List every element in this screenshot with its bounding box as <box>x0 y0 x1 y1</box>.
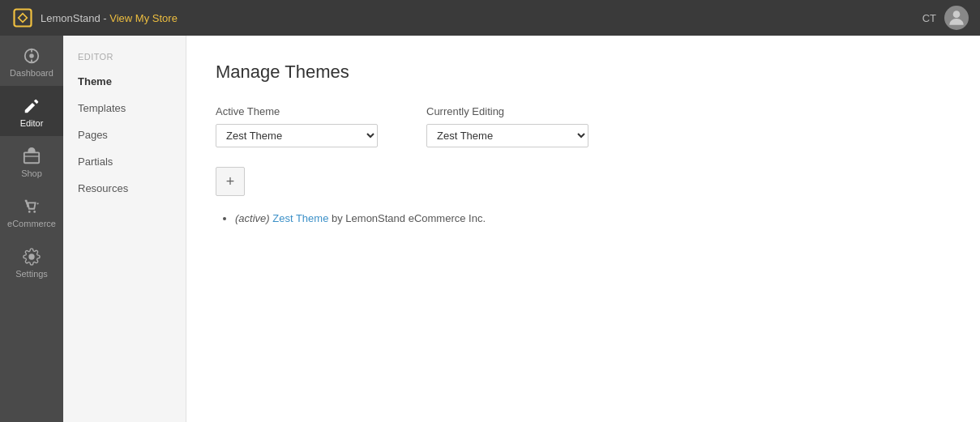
topbar-initials: CT <box>922 12 936 24</box>
theme-name-link[interactable]: Zest Theme <box>272 212 328 224</box>
page-title: Manage Themes <box>216 62 951 83</box>
sidebar-item-shop-label: Shop <box>21 168 42 178</box>
main-layout: Dashboard Editor Shop <box>0 36 980 422</box>
icon-sidebar: Dashboard Editor Shop <box>0 36 63 422</box>
active-theme-select[interactable]: Zest Theme <box>216 124 378 147</box>
svg-point-8 <box>28 211 31 213</box>
sub-sidebar-item-pages[interactable]: Pages <box>63 121 186 148</box>
svg-rect-0 <box>15 10 32 27</box>
active-theme-label: Active Theme <box>216 105 378 117</box>
main-content: Manage Themes Active Theme Zest Theme Cu… <box>186 36 980 422</box>
themes-row: Active Theme Zest Theme Currently Editin… <box>216 105 951 147</box>
sub-sidebar-section-label: Editor <box>63 49 186 68</box>
sidebar-item-settings[interactable]: Settings <box>0 237 63 287</box>
sidebar-item-editor[interactable]: Editor <box>0 86 63 136</box>
list-item: (active) Zest Theme by LemonStand eComme… <box>235 212 951 224</box>
theme-author: by LemonStand eCommerce Inc. <box>332 212 486 224</box>
sidebar-item-ecommerce[interactable]: eCommerce <box>0 186 63 237</box>
sub-sidebar-item-resources[interactable]: Resources <box>63 175 186 202</box>
sub-sidebar-item-theme[interactable]: Theme <box>63 68 186 95</box>
view-store-link[interactable]: View My Store <box>109 12 178 24</box>
sidebar-item-editor-label: Editor <box>20 118 44 128</box>
theme-active-label: (active) <box>235 212 270 224</box>
sidebar-item-dashboard-label: Dashboard <box>10 68 53 78</box>
currently-editing-select[interactable]: Zest Theme <box>426 124 588 147</box>
svg-point-9 <box>33 211 36 213</box>
active-theme-group: Active Theme Zest Theme <box>216 105 378 147</box>
svg-point-10 <box>29 254 34 259</box>
avatar[interactable] <box>944 6 969 30</box>
currently-editing-group: Currently Editing Zest Theme <box>426 105 588 147</box>
topbar-right: CT <box>922 6 969 30</box>
theme-list: (active) Zest Theme by LemonStand eComme… <box>216 212 951 224</box>
sub-sidebar-item-templates[interactable]: Templates <box>63 95 186 121</box>
sidebar-item-shop[interactable]: Shop <box>0 136 63 186</box>
topbar-left: LemonStand - View My Store <box>11 6 178 29</box>
sub-sidebar: Editor Theme Templates Pages Partials Re… <box>63 36 186 422</box>
svg-rect-6 <box>24 152 39 163</box>
svg-point-1 <box>953 11 961 18</box>
svg-point-3 <box>29 53 34 58</box>
sub-sidebar-item-partials[interactable]: Partials <box>63 148 186 175</box>
currently-editing-label: Currently Editing <box>426 105 588 117</box>
topbar-brand: LemonStand - View My Store <box>41 12 178 24</box>
add-theme-button[interactable]: + <box>216 167 245 196</box>
sidebar-item-settings-label: Settings <box>15 269 48 279</box>
logo-icon <box>11 6 34 29</box>
topbar: LemonStand - View My Store CT <box>0 0 980 36</box>
sidebar-item-ecommerce-label: eCommerce <box>7 219 56 228</box>
sidebar-item-dashboard[interactable]: Dashboard <box>0 36 63 86</box>
